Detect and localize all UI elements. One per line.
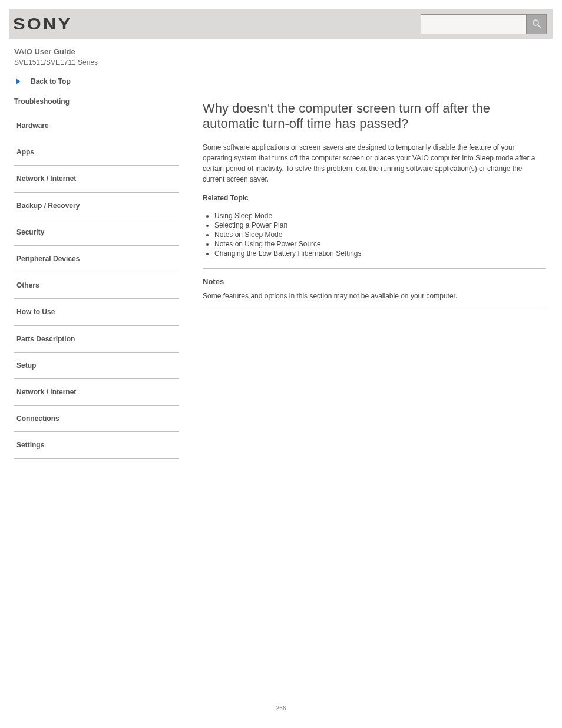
content-area: Troubleshooting Hardware Apps Network / … xyxy=(9,97,553,459)
page-number: 266 xyxy=(0,705,562,711)
header-bar: SONY xyxy=(9,9,553,39)
brand-logo: SONY xyxy=(13,15,72,34)
sidebar-item-label: Settings xyxy=(16,441,44,449)
sidebar-item-label: Apps xyxy=(16,148,34,156)
page-title: Why doesn't the computer screen turn off… xyxy=(203,101,546,131)
list-item[interactable]: Using Sleep Mode xyxy=(214,212,546,220)
list-item-label: Changing the Low Battery Hibernation Set… xyxy=(214,249,362,258)
notes-text: Some features and options in this sectio… xyxy=(203,291,546,301)
sidebar-item-security[interactable]: Security xyxy=(14,219,179,246)
search-group xyxy=(421,14,547,34)
sidebar-item-parts-description[interactable]: Parts Description xyxy=(14,326,179,353)
search-input[interactable] xyxy=(421,14,527,34)
sidebar-item-how-to-use[interactable]: How to Use xyxy=(14,299,179,325)
sidebar-item-label: Setup xyxy=(16,361,36,370)
list-item[interactable]: Changing the Low Battery Hibernation Set… xyxy=(214,249,546,258)
sidebar-item-hardware[interactable]: Hardware xyxy=(14,113,179,139)
sidebar-item-label: How to Use xyxy=(16,308,55,316)
list-item-label: Using Sleep Mode xyxy=(214,212,272,220)
related-topic-heading: Related Topic xyxy=(203,193,546,203)
svg-line-1 xyxy=(538,25,541,28)
sidebar: Troubleshooting Hardware Apps Network / … xyxy=(14,97,179,459)
sidebar-item-label: Others xyxy=(16,281,39,289)
sidebar-item-network-internet[interactable]: Network / Internet xyxy=(14,166,179,192)
sidebar-item-network-internet-2[interactable]: Network / Internet xyxy=(14,379,179,406)
list-item[interactable]: Notes on Sleep Mode xyxy=(214,230,546,239)
sidebar-item-label: Hardware xyxy=(16,121,49,130)
sidebar-item-connections[interactable]: Connections xyxy=(14,406,179,432)
sidebar-heading: Troubleshooting xyxy=(14,97,179,106)
sidebar-item-label: Parts Description xyxy=(16,335,75,343)
sidebar-item-label: Network / Internet xyxy=(16,174,76,183)
svg-point-0 xyxy=(533,20,538,25)
list-item-label: Selecting a Power Plan xyxy=(214,221,287,229)
sidebar-item-peripheral-devices[interactable]: Peripheral Devices xyxy=(14,246,179,272)
search-icon xyxy=(531,18,542,31)
list-item[interactable]: Notes on Using the Power Source xyxy=(214,240,546,248)
sidebar-item-label: Network / Internet xyxy=(16,388,76,396)
sidebar-item-label: Backup / Recovery xyxy=(16,202,80,210)
product-title: VAIO User Guide xyxy=(14,47,553,56)
main-content: Why doesn't the computer screen turn off… xyxy=(203,97,553,459)
sidebar-item-label: Connections xyxy=(16,414,59,423)
notes-heading: Notes xyxy=(203,277,546,286)
sidebar-item-label: Security xyxy=(16,228,44,236)
back-icon[interactable] xyxy=(14,77,22,85)
search-button[interactable] xyxy=(527,14,547,34)
list-item-label: Notes on Sleep Mode xyxy=(214,230,282,239)
sidebar-item-settings[interactable]: Settings xyxy=(14,432,179,459)
divider xyxy=(203,268,546,269)
product-subtitle: SVE1511/SVE1711 Series xyxy=(14,58,553,67)
divider xyxy=(203,311,546,311)
breadcrumb: Back to Top xyxy=(14,77,553,85)
list-item[interactable]: Selecting a Power Plan xyxy=(214,221,546,229)
sidebar-item-apps[interactable]: Apps xyxy=(14,139,179,166)
sidebar-item-others[interactable]: Others xyxy=(14,272,179,299)
nav-back-to-top[interactable]: Back to Top xyxy=(31,77,71,85)
list-item-label: Notes on Using the Power Source xyxy=(214,240,321,248)
sidebar-item-label: Peripheral Devices xyxy=(16,255,80,263)
body-paragraph: Some software applications or screen sav… xyxy=(203,142,546,185)
sidebar-item-backup-recovery[interactable]: Backup / Recovery xyxy=(14,193,179,219)
related-topic-list: Using Sleep Mode Selecting a Power Plan … xyxy=(203,212,546,258)
sidebar-item-setup[interactable]: Setup xyxy=(14,353,179,379)
